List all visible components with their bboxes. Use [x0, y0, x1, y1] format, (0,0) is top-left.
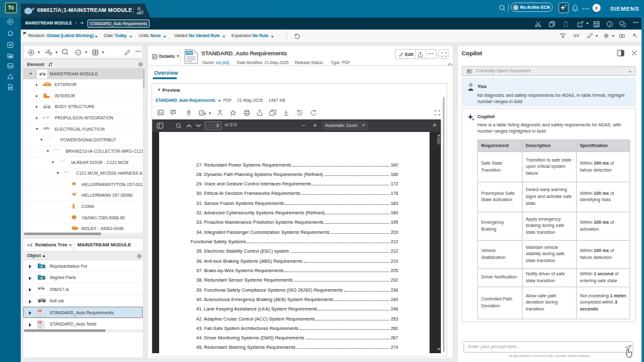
- svg-text:PDF: PDF: [187, 51, 194, 55]
- svg-text:PDF: PDF: [38, 321, 42, 324]
- svg-text:PDF: PDF: [38, 309, 42, 312]
